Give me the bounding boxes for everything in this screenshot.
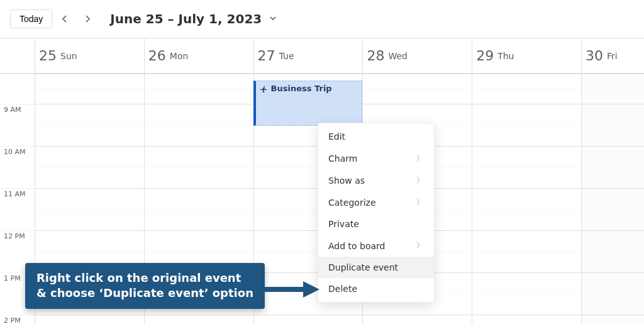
chevron-left-icon bbox=[61, 15, 69, 23]
time-cell[interactable] bbox=[144, 146, 253, 188]
chevron-down-icon bbox=[269, 14, 277, 24]
menu-item-edit[interactable]: Edit bbox=[318, 126, 434, 147]
time-cell[interactable] bbox=[144, 188, 253, 230]
next-week-button[interactable] bbox=[77, 9, 97, 29]
time-cell[interactable] bbox=[35, 188, 144, 230]
menu-item-label: Delete bbox=[328, 284, 357, 294]
chevron-right-icon bbox=[84, 15, 91, 23]
time-cell[interactable] bbox=[581, 230, 644, 272]
day-number: 26 bbox=[148, 48, 166, 64]
day-of-week: Wed bbox=[388, 51, 408, 61]
day-of-week: Sun bbox=[60, 51, 77, 61]
time-cell[interactable] bbox=[581, 188, 644, 230]
time-cell[interactable] bbox=[472, 315, 581, 324]
menu-item-label: Add to board bbox=[328, 241, 386, 251]
time-cell[interactable] bbox=[144, 315, 253, 324]
time-cell[interactable] bbox=[144, 74, 253, 104]
day-number: 25 bbox=[39, 48, 57, 64]
day-header[interactable]: 30 Fri bbox=[581, 38, 644, 73]
menu-item-private[interactable]: Private bbox=[318, 213, 434, 235]
menu-item-delete[interactable]: Delete bbox=[318, 278, 434, 299]
day-header[interactable]: 28 Wed bbox=[362, 38, 472, 73]
time-cell[interactable] bbox=[472, 230, 581, 272]
date-range-picker[interactable]: June 25 – July 1, 2023 bbox=[110, 11, 277, 26]
menu-item-label: Duplicate event bbox=[328, 262, 398, 272]
day-header-row: 25 Sun 26 Mon 27 Tue 28 Wed 29 Thu 30 Fr… bbox=[0, 38, 644, 74]
time-cell[interactable] bbox=[472, 146, 581, 188]
svg-marker-1 bbox=[303, 281, 319, 298]
time-gutter-spacer bbox=[0, 38, 35, 73]
hour-label: 9 AM bbox=[0, 104, 35, 146]
day-header[interactable]: 29 Thu bbox=[472, 38, 581, 73]
chevron-right-icon: 〉 bbox=[416, 197, 424, 208]
time-cell[interactable] bbox=[472, 272, 581, 315]
menu-item-duplicate-event[interactable]: Duplicate event bbox=[318, 257, 434, 278]
day-number: 28 bbox=[367, 48, 384, 64]
today-button[interactable]: Today bbox=[10, 9, 52, 28]
hour-label: 11 AM bbox=[0, 188, 35, 230]
menu-item-show-as[interactable]: Show as 〉 bbox=[318, 169, 434, 191]
time-cell[interactable] bbox=[581, 74, 644, 104]
day-number: 29 bbox=[476, 48, 494, 64]
event-context-menu: Edit Charm 〉 Show as 〉 Categorize 〉 Priv… bbox=[318, 123, 435, 303]
day-header[interactable]: 26 Mon bbox=[144, 38, 253, 73]
arrow-right-icon bbox=[257, 280, 319, 299]
hour-label: 10 AM bbox=[0, 146, 35, 188]
day-number: 27 bbox=[258, 48, 275, 64]
day-header[interactable]: 27 Tue bbox=[253, 38, 363, 73]
instruction-callout: Right click on the original event & choo… bbox=[25, 263, 265, 309]
menu-item-label: Categorize bbox=[328, 198, 376, 208]
day-of-week: Thu bbox=[497, 51, 514, 61]
time-cell[interactable] bbox=[35, 146, 144, 188]
callout-line: Right click on the original event bbox=[36, 271, 253, 286]
time-cell[interactable] bbox=[581, 272, 644, 315]
event-title: Business Trip bbox=[271, 84, 332, 93]
time-cell[interactable] bbox=[472, 74, 581, 104]
time-cell[interactable] bbox=[472, 104, 581, 146]
airplane-icon bbox=[260, 85, 269, 94]
chevron-right-icon: 〉 bbox=[416, 175, 424, 186]
time-cell[interactable] bbox=[362, 315, 472, 324]
time-cell[interactable] bbox=[35, 104, 144, 146]
calendar-toolbar: Today June 25 – July 1, 2023 bbox=[0, 0, 644, 38]
chevron-right-icon: 〉 bbox=[416, 153, 424, 164]
hour-label: 2 PM bbox=[0, 315, 35, 324]
calendar-event[interactable]: Business Trip bbox=[253, 81, 363, 126]
time-cell[interactable] bbox=[472, 188, 581, 230]
time-cell[interactable] bbox=[581, 104, 644, 146]
time-cell[interactable] bbox=[144, 104, 253, 146]
menu-item-label: Show as bbox=[328, 176, 365, 186]
time-cell[interactable] bbox=[581, 315, 644, 324]
menu-item-label: Private bbox=[328, 219, 359, 229]
time-cell[interactable] bbox=[35, 74, 144, 104]
menu-item-label: Edit bbox=[328, 131, 345, 142]
menu-item-add-to-board[interactable]: Add to board 〉 bbox=[318, 235, 434, 257]
hour-label bbox=[0, 74, 35, 104]
time-cell[interactable] bbox=[253, 315, 363, 324]
callout-line: & choose ‘Duplicate event’ option bbox=[36, 286, 253, 301]
prev-week-button[interactable] bbox=[55, 9, 75, 29]
menu-item-label: Charm bbox=[328, 154, 357, 164]
day-of-week: Fri bbox=[607, 51, 618, 61]
date-range-label: June 25 – July 1, 2023 bbox=[110, 11, 262, 26]
day-header[interactable]: 25 Sun bbox=[35, 38, 144, 73]
day-of-week: Mon bbox=[170, 51, 189, 61]
day-of-week: Tue bbox=[279, 51, 294, 61]
time-cell[interactable] bbox=[581, 146, 644, 188]
menu-item-categorize[interactable]: Categorize 〉 bbox=[318, 191, 434, 213]
chevron-right-icon: 〉 bbox=[416, 240, 424, 251]
time-cell[interactable] bbox=[35, 315, 144, 324]
day-number: 30 bbox=[586, 48, 603, 64]
menu-item-charm[interactable]: Charm 〉 bbox=[318, 147, 434, 169]
time-cell[interactable] bbox=[362, 74, 472, 104]
